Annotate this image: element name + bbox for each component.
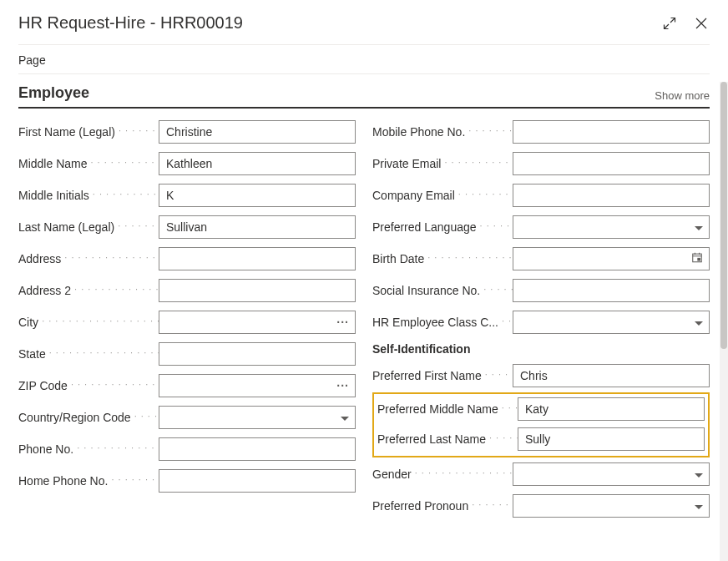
tab-page[interactable]: Page xyxy=(18,53,46,67)
label-phone-no: Phone No. xyxy=(18,442,159,456)
phone-no-input[interactable] xyxy=(159,437,356,461)
private-email-input[interactable] xyxy=(513,152,710,175)
label-last-name-legal: Last Name (Legal) xyxy=(18,220,159,234)
show-more-link[interactable]: Show more xyxy=(655,89,710,102)
close-icon[interactable] xyxy=(693,15,710,32)
social-insurance-no-input[interactable] xyxy=(513,279,710,302)
label-social-insurance-no: Social Insurance No. xyxy=(372,284,513,297)
label-middle-name: Middle Name xyxy=(18,157,159,170)
highlighted-fields: Preferred Middle Name Preferred Last Nam… xyxy=(372,392,710,457)
chevron-down-icon[interactable] xyxy=(695,500,703,512)
middle-initials-input[interactable] xyxy=(159,184,356,207)
label-preferred-last-name: Preferred Last Name xyxy=(377,432,518,446)
label-mobile-phone-no: Mobile Phone No. xyxy=(372,125,513,139)
label-zip-code: ZIP Code xyxy=(18,379,159,392)
label-hr-employee-class: HR Employee Class C... xyxy=(372,316,513,329)
address2-input[interactable] xyxy=(159,279,356,302)
label-address2: Address 2 xyxy=(18,284,159,297)
city-input[interactable] xyxy=(159,311,356,334)
zip-lookup-icon[interactable]: ··· xyxy=(336,379,349,392)
label-birth-date: Birth Date xyxy=(372,252,513,265)
gender-input[interactable] xyxy=(513,462,710,486)
label-gender: Gender xyxy=(372,468,513,481)
label-middle-initials: Middle Initials xyxy=(18,189,159,202)
label-country-region-code: Country/Region Code xyxy=(18,411,159,424)
label-first-name-legal: First Name (Legal) xyxy=(18,125,159,139)
preferred-first-name-input[interactable] xyxy=(513,364,710,387)
scrollbar-track[interactable] xyxy=(720,82,728,561)
label-preferred-middle-name: Preferred Middle Name xyxy=(377,402,518,416)
svg-rect-4 xyxy=(698,258,700,260)
label-city: City xyxy=(18,316,159,329)
label-private-email: Private Email xyxy=(372,157,513,170)
state-input[interactable] xyxy=(159,342,356,366)
last-name-legal-input[interactable] xyxy=(159,215,356,239)
label-address: Address xyxy=(18,252,159,265)
label-company-email: Company Email xyxy=(372,189,513,202)
label-state: State xyxy=(18,347,159,361)
chevron-down-icon[interactable] xyxy=(341,412,349,423)
section-title-employee: Employee xyxy=(18,84,89,102)
preferred-language-input[interactable] xyxy=(513,215,710,239)
first-name-legal-input[interactable] xyxy=(159,120,356,144)
label-preferred-language: Preferred Language xyxy=(372,220,513,234)
sub-section-self-identification: Self-Identification xyxy=(372,342,710,356)
preferred-last-name-input[interactable] xyxy=(518,427,705,451)
label-preferred-pronoun: Preferred Pronoun xyxy=(372,499,513,513)
scrollbar-thumb[interactable] xyxy=(720,82,727,349)
mobile-phone-no-input[interactable] xyxy=(513,120,710,144)
page-title: HR Request-Hire - HRR00019 xyxy=(18,13,243,33)
hr-employee-class-input[interactable] xyxy=(513,311,710,334)
label-home-phone-no: Home Phone No. xyxy=(18,474,159,488)
chevron-down-icon[interactable] xyxy=(695,221,703,233)
city-lookup-icon[interactable]: ··· xyxy=(336,316,349,329)
birth-date-input[interactable] xyxy=(513,247,710,270)
company-email-input[interactable] xyxy=(513,184,710,207)
label-preferred-first-name: Preferred First Name xyxy=(372,369,513,382)
preferred-pronoun-input[interactable] xyxy=(513,494,710,518)
chevron-down-icon[interactable] xyxy=(695,468,703,480)
address-input[interactable] xyxy=(159,247,356,270)
preferred-middle-name-input[interactable] xyxy=(518,397,705,421)
expand-icon[interactable] xyxy=(661,15,678,32)
country-region-code-input[interactable] xyxy=(159,406,356,429)
zip-code-input[interactable] xyxy=(159,374,356,397)
calendar-icon[interactable] xyxy=(691,252,703,266)
chevron-down-icon[interactable] xyxy=(695,316,703,328)
middle-name-input[interactable] xyxy=(159,152,356,175)
home-phone-no-input[interactable] xyxy=(159,469,356,493)
